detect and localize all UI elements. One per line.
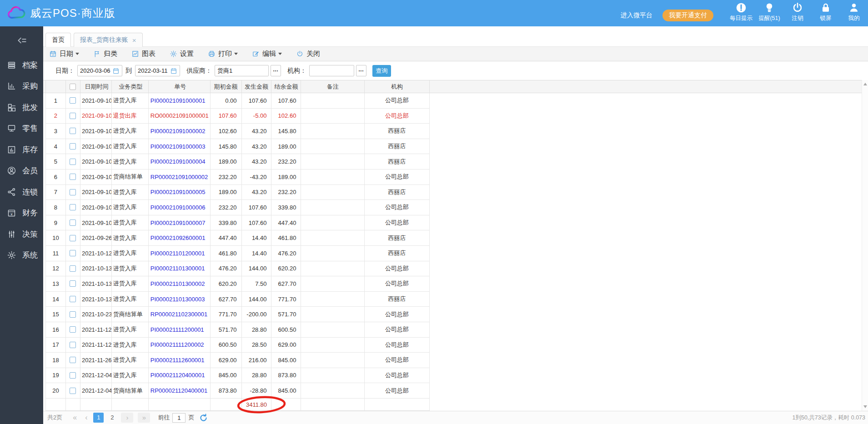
sidebar-item-system[interactable]: 系统 (0, 245, 43, 266)
table-row[interactable]: 162021-11-12进货入库PI000021111200001571.702… (45, 322, 430, 338)
cell-bill-no-link[interactable]: PI000021101300001 (151, 265, 205, 272)
header-action-logout[interactable]: 注销 (783, 2, 812, 22)
table-row[interactable]: 172021-11-12进货入库PI000021111200002600.502… (45, 338, 430, 353)
calendar-icon[interactable] (170, 67, 177, 75)
table-row[interactable]: 82021-09-10进货入库PI000021091000006232.2010… (45, 200, 430, 215)
date-to-input[interactable]: 2022-03-11 (135, 65, 180, 76)
toolbar-button-date[interactable]: 16日期 (49, 50, 79, 58)
refresh-icon[interactable] (199, 413, 208, 423)
table-row[interactable]: 52021-09-10进货入库PI000021091000004189.0043… (45, 154, 430, 170)
row-checkbox[interactable] (70, 311, 76, 318)
query-button[interactable]: 查询 (372, 65, 391, 77)
row-checkbox[interactable] (70, 235, 76, 241)
row-checkbox[interactable] (70, 174, 76, 180)
header-action-daily-tips[interactable]: 每日提示 (727, 2, 755, 22)
row-checkbox[interactable] (70, 265, 76, 272)
table-row[interactable]: 32021-09-10进货入库PI000021091000002102.6043… (45, 124, 430, 139)
cell-bill-no-link[interactable]: RP000021102300001 (151, 311, 208, 318)
table-row[interactable]: 122021-10-13进货入库PI000021101300001476.201… (45, 261, 430, 277)
scroll-up-icon[interactable] (863, 83, 867, 85)
table-row[interactable]: 202021-12-04货商结算单RP000021120400001873.80… (45, 383, 430, 399)
cell-bill-no-link[interactable]: PI000021101300003 (151, 296, 205, 303)
cell-bill-no-link[interactable]: PI000021091000006 (151, 204, 206, 211)
cell-bill-no-link[interactable]: RP000021091000002 (151, 174, 208, 180)
cell-bill-no-link[interactable]: PI000021091000001 (151, 97, 206, 104)
sidebar-item-inventory[interactable]: 库存 (0, 139, 43, 160)
toolbar-button-chart[interactable]: 图表 (131, 50, 156, 58)
sidebar-item-members[interactable]: 会员 (0, 160, 43, 182)
table-row[interactable]: 22021-09-10退货出库RO000021091000001107.60-5… (45, 109, 430, 124)
sidebar-item-retail[interactable]: 零售 (0, 118, 43, 140)
open-payment-button[interactable]: 我要开通支付 (662, 10, 713, 21)
row-checkbox[interactable] (70, 296, 76, 302)
row-checkbox[interactable] (70, 342, 76, 348)
header-action-lock-screen[interactable]: 锁屏 (812, 2, 840, 22)
tab-home[interactable]: 首页 (45, 33, 71, 47)
row-checkbox[interactable] (70, 128, 76, 134)
row-checkbox[interactable] (70, 326, 76, 333)
sidebar-item-files[interactable]: 档案 (0, 55, 43, 76)
cell-bill-no-link[interactable]: PI000021092600001 (151, 234, 206, 241)
cell-bill-no-link[interactable]: PI000021091000004 (151, 158, 206, 165)
table-row[interactable]: 152021-10-23货商结算单RP000021102300001771.70… (45, 307, 430, 322)
toolbar-button-edit[interactable]: 编辑 (252, 50, 282, 58)
row-checkbox[interactable] (70, 159, 76, 165)
close-tab-icon[interactable]: × (132, 36, 136, 44)
supplier-input[interactable]: 货商1 (215, 65, 269, 76)
last-page-icon[interactable]: » (138, 413, 150, 423)
select-all-checkbox[interactable] (70, 84, 76, 90)
enter-micro-platform-link[interactable]: 进入微平台 (621, 11, 652, 22)
cell-bill-no-link[interactable]: PI000021091000007 (151, 219, 206, 226)
table-row[interactable]: 42021-09-10进货入库PI000021091000003145.8043… (45, 139, 430, 155)
sidebar-item-chain[interactable]: 连锁 (0, 181, 43, 203)
row-checkbox[interactable] (70, 357, 76, 363)
vertical-scrollbar[interactable] (862, 80, 868, 411)
row-checkbox[interactable] (70, 97, 76, 104)
row-checkbox[interactable] (70, 113, 76, 119)
sidebar-collapse-button[interactable] (0, 26, 43, 55)
table-row[interactable]: 62021-09-10货商结算单RP000021091000002232.20-… (45, 170, 430, 185)
scroll-down-icon[interactable] (863, 405, 867, 408)
cell-bill-no-link[interactable]: PI000021091000003 (151, 143, 206, 150)
tab-report-supplier-account[interactable]: 报表_货商往来账 × (74, 33, 143, 47)
cell-bill-no-link[interactable]: RO000021091000001 (151, 112, 209, 119)
row-checkbox[interactable] (70, 143, 76, 150)
sidebar-item-purchase[interactable]: 采购 (0, 76, 43, 97)
cell-bill-no-link[interactable]: PI000021091000005 (151, 189, 206, 195)
row-checkbox[interactable] (70, 372, 76, 379)
sidebar-item-finance[interactable]: ¥财务 (0, 203, 43, 224)
row-checkbox[interactable] (70, 388, 76, 394)
row-checkbox[interactable] (70, 219, 76, 226)
calendar-icon[interactable] (112, 67, 120, 75)
header-action-profile[interactable]: 我的 (840, 2, 868, 22)
cell-bill-no-link[interactable]: PI000021120400001 (151, 372, 205, 379)
table-row[interactable]: 12021-09-10进货入库PI0000210910000010.00107.… (45, 93, 430, 109)
sidebar-item-wholesale[interactable]: 批发 (0, 97, 43, 118)
row-checkbox[interactable] (70, 204, 76, 210)
cell-bill-no-link[interactable]: PI000021112600001 (151, 357, 205, 364)
row-checkbox[interactable] (70, 250, 76, 256)
table-row[interactable]: 142021-10-13进货入库PI000021101300003627.701… (45, 292, 430, 307)
page-number-1[interactable]: 1 (93, 413, 104, 423)
table-row[interactable]: 192021-12-04进货入库PI000021120400001845.002… (45, 368, 430, 384)
date-from-input[interactable]: 2020-03-06 (77, 65, 122, 76)
toolbar-button-print[interactable]: 打印 (208, 50, 238, 58)
next-page-icon[interactable]: › (121, 413, 133, 423)
table-row[interactable]: 92021-09-10进货入库PI000021091000007339.8010… (45, 215, 430, 231)
cell-bill-no-link[interactable]: PI000021091000002 (151, 128, 206, 135)
toolbar-button-settings[interactable]: 设置 (170, 50, 194, 58)
row-checkbox[interactable] (70, 189, 76, 195)
cell-bill-no-link[interactable]: PI000021101300002 (151, 280, 205, 287)
first-page-icon[interactable]: « (73, 414, 77, 422)
table-row[interactable]: 72021-09-10进货入库PI000021091000005189.0043… (45, 185, 430, 200)
sidebar-item-decision[interactable]: 决策 (0, 224, 43, 245)
table-row[interactable]: 102021-09-26进货入库PI000021092600001447.401… (45, 230, 430, 246)
table-row[interactable]: 112021-10-12进货入库PI000021101200001461.801… (45, 246, 430, 261)
row-checkbox[interactable] (70, 280, 76, 287)
page-number-2[interactable]: 2 (107, 413, 117, 423)
org-picker-button[interactable]: ••• (356, 65, 366, 76)
toolbar-button-category[interactable]: 归类 (93, 50, 117, 58)
header-action-reminders[interactable]: 提醒(51) (755, 2, 783, 22)
table-row[interactable]: 132021-10-13进货入库PI000021101300002620.207… (45, 276, 430, 292)
cell-bill-no-link[interactable]: PI000021111200001 (151, 326, 204, 333)
